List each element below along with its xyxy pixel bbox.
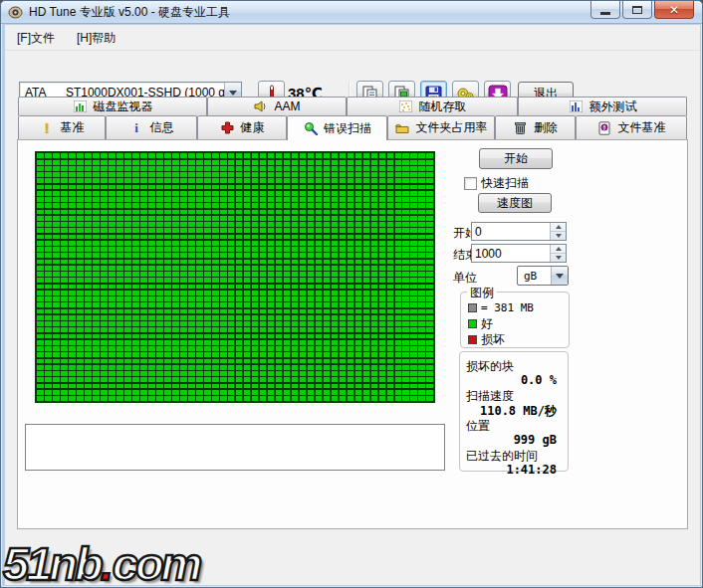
tab-disk-monitor[interactable]: 磁盘监视器 (18, 97, 207, 115)
health-cross-icon (220, 121, 235, 135)
start-spin-up-button[interactable] (551, 223, 566, 232)
app-window: HD Tune 专业版 v5.00 - 硬盘专业工具 ✕ [F]文件 [H]帮助… (0, 0, 703, 588)
elapsed-time-value: 1:41:28 (466, 463, 563, 478)
minimize-icon (600, 12, 610, 15)
end-position-input[interactable] (471, 244, 567, 263)
start-position-value[interactable] (472, 223, 550, 240)
benchmark-bulb-icon: ! (40, 121, 55, 135)
damaged-blocks-listbox[interactable] (25, 424, 445, 471)
unit-select[interactable]: gB (517, 266, 569, 286)
legend-damaged-row: 损坏 (468, 332, 565, 346)
error-scan-panel: 开始 快速扫描 速度图 开始 结束 (17, 139, 688, 529)
disk-monitor-chart-icon (73, 99, 88, 113)
start-scan-button[interactable]: 开始 (479, 148, 553, 169)
watermark-dot: . (101, 537, 113, 588)
tab-label: 删除 (534, 119, 558, 136)
speaker-icon (253, 99, 268, 113)
legend-good-label: 好 (481, 315, 493, 332)
tab-info[interactable]: i 信息 (106, 115, 197, 139)
scan-speed-value: 110.8 MB/秒 (466, 403, 563, 418)
trash-icon (513, 121, 528, 135)
unit-chevron-down-icon (551, 267, 568, 285)
maximize-button[interactable] (622, 1, 652, 19)
position-value: 999 gB (466, 433, 563, 448)
legend-damaged-swatch (468, 335, 477, 344)
scan-grid (35, 151, 435, 403)
end-position-value[interactable] (472, 245, 550, 262)
quick-scan-label: 快速扫描 (481, 175, 529, 192)
tab-random-access[interactable]: 随机存取 (347, 97, 518, 115)
tab-error-scan[interactable]: 错误扫描 (287, 115, 387, 140)
maximize-icon (632, 6, 642, 14)
start-position-input[interactable] (471, 222, 567, 241)
tab-label: 文件基准 (618, 119, 666, 136)
legend-good-row: 好 (468, 316, 565, 330)
damaged-blocks-value: 0.0 % (466, 373, 563, 388)
stats-group: 损坏的块 0.0 % 扫描速度 110.8 MB/秒 位置 999 gB 已过去… (459, 351, 569, 472)
menu-item-file[interactable]: [F]文件 (7, 27, 65, 50)
damaged-blocks-label: 损坏的块 (466, 358, 563, 373)
tab-aam[interactable]: AAM (207, 97, 347, 115)
watermark-left: 51nb (3, 537, 101, 588)
tab-label: 随机存取 (419, 98, 467, 115)
quick-scan-checkbox[interactable] (464, 177, 477, 190)
watermark: 51nb.com (3, 536, 199, 588)
window-title: HD Tune 专业版 v5.00 - 硬盘专业工具 (29, 4, 230, 21)
tab-label: AAM (274, 99, 300, 113)
end-spin-down-button[interactable] (551, 254, 566, 262)
info-icon: i (129, 121, 144, 135)
menu-bar: [F]文件 [H]帮助 (5, 27, 700, 51)
file-benchmark-icon (597, 121, 612, 135)
menu-item-help[interactable]: [H]帮助 (67, 27, 125, 50)
tab-label: 信息 (150, 119, 174, 136)
extra-tests-chart-icon (569, 99, 584, 113)
tab-label: 文件夹占用率 (416, 119, 488, 136)
minimize-button[interactable] (590, 1, 620, 19)
elapsed-time-label: 已过去的时间 (466, 448, 563, 463)
legend-title: 图例 (467, 285, 497, 301)
legend-good-swatch (468, 319, 477, 328)
unit-value: gB (518, 270, 551, 283)
client-area: [F]文件 [H]帮助 ATA ST1000DX001-SSHD (1000 g… (5, 25, 700, 585)
tab-label: 基准 (61, 119, 85, 136)
magnifier-icon (303, 121, 318, 135)
legend-damaged-label: 损坏 (481, 331, 505, 348)
legend-group: 图例 = 381 MB 好 损坏 (460, 292, 570, 348)
position-label: 位置 (466, 418, 563, 433)
tab-label: 错误扫描 (324, 120, 371, 137)
tab-label: 磁盘监视器 (94, 98, 153, 115)
speed-map-button[interactable]: 速度图 (478, 193, 552, 213)
legend-block-size-row: = 381 MB (468, 300, 565, 314)
scan-speed-label: 扫描速度 (466, 388, 563, 403)
legend-block-size: = 381 MB (481, 301, 534, 314)
start-scan-label: 开始 (504, 150, 528, 167)
title-bar: HD Tune 专业版 v5.00 - 硬盘专业工具 ✕ (1, 1, 702, 24)
tab-health[interactable]: 健康 (197, 115, 287, 139)
tab-benchmark[interactable]: ! 基准 (18, 115, 106, 139)
tab-erase[interactable]: 删除 (495, 115, 576, 139)
speed-map-label: 速度图 (497, 195, 533, 212)
watermark-right: com (113, 537, 200, 588)
close-button[interactable]: ✕ (654, 1, 694, 19)
close-icon: ✕ (669, 4, 679, 16)
folder-icon (395, 121, 410, 135)
tab-label: 健康 (241, 119, 265, 136)
toolbar: ATA ST1000DX001-SSHD (1000 gB 38℃ (5, 52, 700, 92)
random-dots-icon (398, 99, 413, 113)
legend-block-swatch (468, 303, 477, 312)
app-icon (8, 6, 23, 19)
tab-folder-usage[interactable]: 文件夹占用率 (387, 115, 495, 139)
start-spin-down-button[interactable] (551, 232, 566, 240)
end-spin-up-button[interactable] (551, 245, 566, 254)
tab-extra-tests[interactable]: 额外测试 (518, 97, 687, 115)
tab-label: 额外测试 (589, 98, 637, 115)
tab-file-benchmark[interactable]: 文件基准 (576, 115, 687, 139)
